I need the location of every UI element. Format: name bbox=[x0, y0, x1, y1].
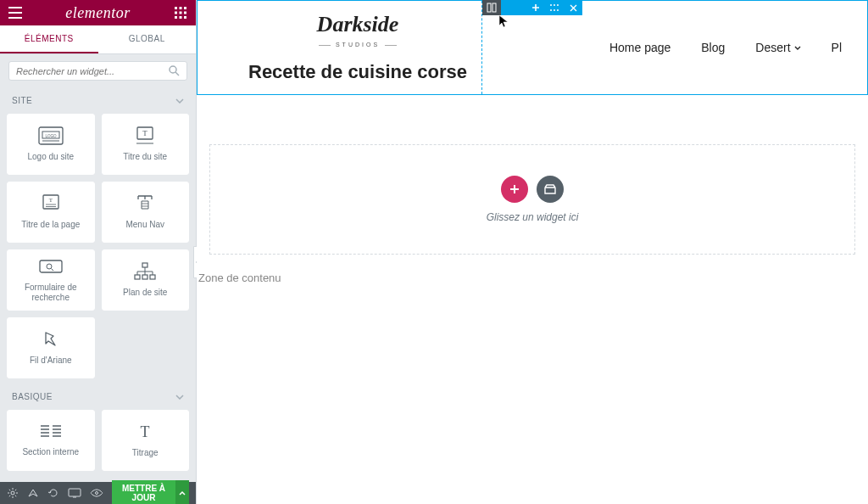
category-basique-header[interactable]: BASIQUE bbox=[0, 384, 196, 410]
page-title-icon: T bbox=[39, 194, 63, 213]
breadcrumb-icon bbox=[39, 330, 63, 349]
widget-page-title[interactable]: T Titre de la page bbox=[7, 182, 95, 243]
svg-point-34 bbox=[557, 9, 559, 11]
update-label: METTRE À JOUR bbox=[119, 484, 169, 502]
chevron-down-icon bbox=[175, 395, 184, 400]
preview-icon[interactable] bbox=[90, 489, 103, 497]
svg-text:T: T bbox=[49, 197, 53, 204]
dropzone-hint: Glissez un widget ici bbox=[487, 211, 579, 223]
svg-rect-19 bbox=[142, 263, 147, 267]
widget-site-title[interactable]: T Titre du site bbox=[102, 114, 190, 175]
panel-tabs: ÉLÉMENTS GLOBAL bbox=[0, 25, 196, 54]
category-site-widgets: LOGO Logo du site T Titre du site T Titr… bbox=[0, 114, 196, 378]
svg-point-26 bbox=[96, 492, 98, 495]
chevron-down-icon bbox=[175, 98, 184, 104]
nav-item-blog[interactable]: Blog bbox=[701, 41, 725, 54]
nav-item-truncated[interactable]: Pl bbox=[832, 41, 842, 54]
svg-rect-0 bbox=[175, 7, 177, 9]
nav-menu-icon bbox=[133, 194, 157, 213]
widget-nav-menu[interactable]: Menu Nav bbox=[102, 182, 190, 243]
svg-rect-25 bbox=[69, 489, 81, 496]
site-logo-text: Darkside bbox=[248, 12, 467, 37]
tab-global[interactable]: GLOBAL bbox=[98, 25, 197, 53]
svg-rect-4 bbox=[179, 12, 181, 14]
empty-section-dropzone[interactable]: Glissez un widget ici bbox=[209, 144, 855, 255]
svg-point-32 bbox=[550, 9, 552, 11]
svg-rect-3 bbox=[175, 12, 177, 14]
page-title: Recette de cuisine corse bbox=[248, 61, 467, 83]
logo-icon: LOGO bbox=[38, 126, 64, 145]
svg-rect-21 bbox=[142, 275, 147, 279]
update-button[interactable]: METTRE À JOUR bbox=[112, 480, 189, 504]
svg-rect-28 bbox=[492, 3, 496, 12]
svg-point-33 bbox=[554, 9, 555, 11]
svg-rect-7 bbox=[179, 16, 181, 19]
responsive-icon[interactable] bbox=[68, 488, 81, 498]
navigator-icon[interactable] bbox=[27, 487, 39, 499]
svg-rect-6 bbox=[175, 16, 177, 19]
tab-elements[interactable]: ÉLÉMENTS bbox=[0, 25, 98, 53]
panel-footer: METTRE À JOUR bbox=[0, 482, 196, 504]
svg-text:T: T bbox=[141, 423, 150, 440]
panel-header: elementor bbox=[0, 0, 196, 25]
mouse-cursor bbox=[498, 14, 509, 28]
category-basique-widgets: Section interne T Titrage bbox=[0, 410, 196, 471]
sitemap-icon bbox=[133, 262, 157, 281]
svg-rect-2 bbox=[184, 7, 186, 9]
elementor-panel: elementor ÉLÉMENTS GLOBAL SITE LOGO bbox=[0, 0, 197, 504]
svg-rect-27 bbox=[487, 3, 491, 12]
add-section-button[interactable] bbox=[501, 176, 528, 203]
caret-down-icon bbox=[794, 46, 801, 50]
columns-icon bbox=[39, 423, 63, 440]
svg-point-24 bbox=[11, 491, 14, 495]
heading-icon: T bbox=[135, 423, 155, 441]
category-site-label: SITE bbox=[12, 96, 32, 105]
history-icon[interactable] bbox=[47, 487, 59, 499]
nav-item-home[interactable]: Home page bbox=[609, 41, 670, 54]
nav-item-desert[interactable]: Desert bbox=[755, 41, 800, 54]
category-basique-label: BASIQUE bbox=[12, 392, 53, 401]
svg-rect-1 bbox=[179, 7, 181, 9]
svg-point-31 bbox=[557, 4, 559, 6]
widget-site-logo[interactable]: LOGO Logo du site bbox=[7, 114, 95, 175]
header-section[interactable]: Darkside STUDIOS Recette de cuisine cors… bbox=[197, 0, 868, 95]
caret-up-icon[interactable] bbox=[175, 480, 189, 504]
close-section-icon[interactable] bbox=[564, 0, 582, 15]
widget-heading[interactable]: T Titrage bbox=[102, 410, 190, 471]
svg-point-9 bbox=[170, 66, 176, 73]
settings-icon[interactable] bbox=[7, 487, 19, 499]
search-icon bbox=[169, 65, 180, 76]
search-form-icon bbox=[38, 257, 64, 276]
category-site-header[interactable]: SITE bbox=[0, 87, 196, 114]
svg-point-18 bbox=[47, 264, 52, 269]
header-nav: Home page Blog Desert Pl bbox=[609, 41, 842, 54]
search-input[interactable] bbox=[16, 66, 169, 76]
svg-rect-17 bbox=[40, 260, 62, 272]
hamburger-icon[interactable] bbox=[7, 4, 24, 21]
svg-rect-22 bbox=[150, 275, 155, 279]
apps-grid-icon[interactable] bbox=[172, 4, 189, 21]
section-handle bbox=[482, 0, 582, 15]
widget-sitemap[interactable]: Plan de site bbox=[102, 249, 190, 311]
svg-rect-20 bbox=[135, 275, 140, 279]
site-title-icon: T bbox=[133, 126, 157, 145]
drag-section-icon[interactable] bbox=[545, 0, 564, 15]
widget-search-form[interactable]: Formulaire de recherche bbox=[7, 249, 95, 311]
add-template-button[interactable] bbox=[537, 176, 564, 203]
svg-text:T: T bbox=[143, 129, 148, 137]
content-zone-label: Zone de contenu bbox=[198, 272, 868, 284]
widget-search[interactable] bbox=[8, 61, 187, 81]
svg-text:LOGO: LOGO bbox=[45, 134, 57, 138]
header-left-column: Darkside STUDIOS Recette de cuisine cors… bbox=[248, 12, 467, 83]
svg-rect-5 bbox=[184, 12, 186, 14]
add-section-icon[interactable] bbox=[526, 0, 545, 15]
svg-point-30 bbox=[554, 4, 555, 6]
site-logo-subtitle: STUDIOS bbox=[319, 42, 397, 48]
svg-point-29 bbox=[550, 4, 552, 6]
editor-canvas: Darkside STUDIOS Recette de cuisine cors… bbox=[197, 0, 868, 504]
elementor-logo: elementor bbox=[65, 4, 130, 22]
svg-rect-8 bbox=[184, 16, 186, 19]
widget-breadcrumb[interactable]: Fil d'Ariane bbox=[7, 317, 95, 378]
column-edit-icon[interactable] bbox=[482, 0, 501, 15]
widget-inner-section[interactable]: Section interne bbox=[7, 410, 95, 471]
